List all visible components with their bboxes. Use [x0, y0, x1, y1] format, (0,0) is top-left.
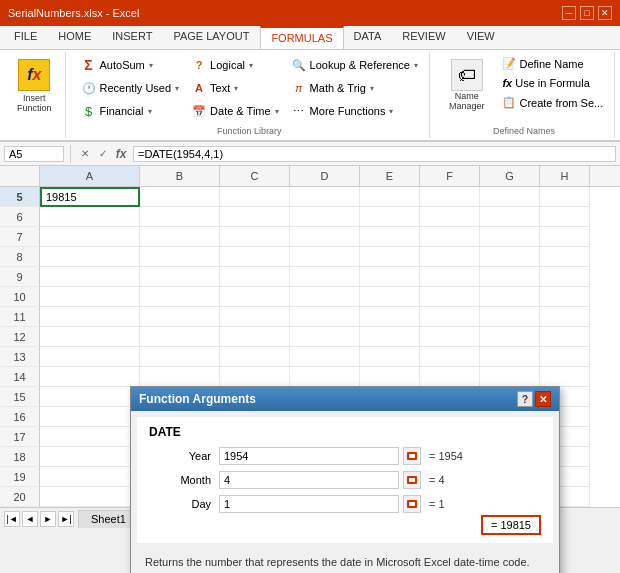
cell-c5[interactable]	[220, 187, 290, 207]
day-input[interactable]	[219, 495, 399, 513]
use-in-formula-label: Use in Formula	[515, 77, 590, 89]
year-pick-button[interactable]	[403, 447, 421, 465]
tab-page-layout[interactable]: PAGE LAYOUT	[163, 26, 260, 49]
text-button[interactable]: A Text ▾	[186, 77, 284, 99]
cancel-formula-button[interactable]: ✕	[77, 146, 93, 162]
more-dropdown[interactable]: ▾	[389, 107, 393, 116]
close-button[interactable]: ✕	[598, 6, 612, 20]
year-input[interactable]	[219, 447, 399, 465]
logical-dropdown[interactable]: ▾	[249, 61, 253, 70]
sheet-nav-first[interactable]: |◄	[4, 511, 20, 527]
row-13: 13	[0, 347, 620, 367]
logical-button[interactable]: ? Logical ▾	[186, 54, 284, 76]
year-result: = 1954	[429, 450, 463, 462]
math-trig-button[interactable]: π Math & Trig ▾	[286, 77, 423, 99]
name-manager-button[interactable]: 🏷 NameManager	[440, 54, 494, 116]
define-name-icon: 📝	[502, 57, 516, 70]
month-input[interactable]	[219, 471, 399, 489]
row-num-6: 6	[0, 207, 40, 227]
day-label: Day	[149, 498, 219, 510]
cell-f5[interactable]	[420, 187, 480, 207]
create-from-selection-button[interactable]: 📋 Create from Se...	[497, 93, 608, 112]
autosum-label: AutoSum	[100, 59, 145, 71]
tab-home[interactable]: HOME	[48, 26, 102, 49]
day-input-wrap: = 1	[219, 495, 541, 513]
cell-a5[interactable]: 19815	[40, 187, 140, 207]
minimize-button[interactable]: ─	[562, 6, 576, 20]
more-functions-button[interactable]: ⋯ More Functions ▾	[286, 100, 423, 122]
math-label: Math & Trig	[310, 82, 366, 94]
ribbon-tabs: FILE HOME INSERT PAGE LAYOUT FORMULAS DA…	[0, 26, 620, 50]
financial-button[interactable]: $ Financial ▾	[76, 100, 185, 122]
cell-e5[interactable]	[360, 187, 420, 207]
month-pick-button[interactable]	[403, 471, 421, 489]
lookup-dropdown[interactable]: ▾	[414, 61, 418, 70]
enter-formula-button[interactable]: ✓	[95, 146, 111, 162]
month-result: = 4	[429, 474, 445, 486]
financial-icon: $	[81, 103, 97, 119]
year-label: Year	[149, 450, 219, 462]
row-num-7: 7	[0, 227, 40, 247]
text-dropdown[interactable]: ▾	[234, 84, 238, 93]
cell-h5[interactable]	[540, 187, 590, 207]
sheet-nav-prev[interactable]: ◄	[22, 511, 38, 527]
row-12: 12	[0, 327, 620, 347]
row-9: 9	[0, 267, 620, 287]
lookup-button[interactable]: 🔍 Lookup & Reference ▾	[286, 54, 423, 76]
row-6: 6	[0, 207, 620, 227]
month-input-wrap: = 4	[219, 471, 541, 489]
maximize-button[interactable]: □	[580, 6, 594, 20]
year-input-wrap: = 1954	[219, 447, 541, 465]
sheet-nav-controls: |◄ ◄ ► ►|	[4, 511, 74, 527]
autosum-dropdown[interactable]: ▾	[149, 61, 153, 70]
datetime-button[interactable]: 📅 Date & Time ▾	[186, 100, 284, 122]
cell-g5[interactable]	[480, 187, 540, 207]
define-name-label: Define Name	[519, 58, 583, 70]
tab-formulas[interactable]: FORMULAS	[260, 26, 343, 49]
day-pick-button[interactable]	[403, 495, 421, 513]
tab-view[interactable]: VIEW	[457, 26, 506, 49]
use-in-formula-button[interactable]: fx Use in Formula	[497, 74, 608, 92]
function-library-left: Σ AutoSum ▾ 🕐 Recently Used ▾ $ Financia…	[76, 54, 185, 122]
insert-function-button[interactable]: fx InsertFunction	[10, 54, 59, 118]
cell-b5[interactable]	[140, 187, 220, 207]
row-11: 11	[0, 307, 620, 327]
tab-data[interactable]: DATA	[344, 26, 393, 49]
cell-a6[interactable]	[40, 207, 140, 227]
dialog-body: DATE Year = 1954 Month	[137, 417, 553, 543]
row-num-5: 5	[0, 187, 40, 207]
tab-file[interactable]: FILE	[4, 26, 48, 49]
math-dropdown[interactable]: ▾	[370, 84, 374, 93]
tab-review[interactable]: REVIEW	[392, 26, 456, 49]
row-8: 8	[0, 247, 620, 267]
main-area: A B C D E F G H 5 19815 6 7	[0, 166, 620, 507]
row-num-8: 8	[0, 247, 40, 267]
description-area: Returns the number that represents the d…	[137, 549, 553, 573]
dialog-close-button[interactable]: ✕	[535, 391, 551, 407]
recently-used-label: Recently Used	[100, 82, 172, 94]
recently-used-button[interactable]: 🕐 Recently Used ▾	[76, 77, 185, 99]
define-name-button[interactable]: 📝 Define Name	[497, 54, 608, 73]
datetime-icon: 📅	[191, 103, 207, 119]
tab-insert[interactable]: INSERT	[102, 26, 163, 49]
sheet-nav-last[interactable]: ►|	[58, 511, 74, 527]
autosum-button[interactable]: Σ AutoSum ▾	[76, 54, 185, 76]
inline-result-box: = 19815	[481, 515, 541, 535]
logical-icon: ?	[191, 57, 207, 73]
dialog-help-button[interactable]: ?	[517, 391, 533, 407]
cell-d5[interactable]	[290, 187, 360, 207]
svg-rect-3	[409, 478, 415, 482]
financial-dropdown[interactable]: ▾	[148, 107, 152, 116]
datetime-dropdown[interactable]: ▾	[275, 107, 279, 116]
formula-input[interactable]	[133, 146, 616, 162]
recently-used-dropdown[interactable]: ▾	[175, 84, 179, 93]
sheet-nav-next[interactable]: ►	[40, 511, 56, 527]
datetime-label: Date & Time	[210, 105, 271, 117]
cell-reference-input[interactable]	[4, 146, 64, 162]
defined-names-col: 📝 Define Name fx Use in Formula 📋 Create…	[497, 54, 608, 112]
description-text: Returns the number that represents the d…	[145, 556, 530, 568]
text-icon: A	[191, 80, 207, 96]
fx-button[interactable]: fx	[113, 146, 129, 162]
ribbon-content: fx InsertFunction Σ AutoSum ▾ 🕐 Recently	[0, 50, 620, 142]
inline-result-area: = 19815	[149, 519, 541, 531]
